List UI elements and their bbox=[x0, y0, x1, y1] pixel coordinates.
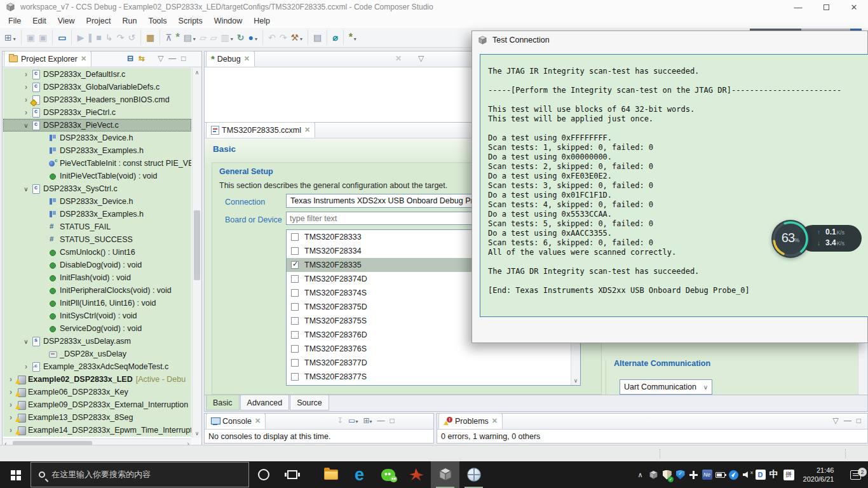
device-checkbox[interactable] bbox=[291, 275, 299, 283]
toolbar-button[interactable]: ▦ bbox=[140, 30, 156, 45]
tree-item[interactable]: DSP2833x_PieCtrl.c bbox=[3, 106, 191, 119]
globe-app-button[interactable] bbox=[459, 461, 488, 488]
toolbar-button[interactable]: ⚒ bbox=[288, 30, 304, 45]
tree-item[interactable]: DSP2833x_Device.h bbox=[3, 195, 191, 208]
scroll-down-icon[interactable]: ∨ bbox=[193, 430, 201, 437]
toolbar-button[interactable]: ⊞ bbox=[3, 30, 18, 45]
alternate-communication-select[interactable]: Uart Communication ∨ bbox=[620, 379, 712, 395]
close-icon[interactable]: ✕ bbox=[255, 417, 261, 425]
battery-tray-icon[interactable] bbox=[714, 461, 727, 488]
toolbar-button[interactable]: ∥ bbox=[86, 30, 94, 45]
device-checkbox[interactable] bbox=[291, 359, 299, 367]
device-checkbox[interactable] bbox=[291, 303, 299, 311]
menu-item[interactable]: File bbox=[3, 15, 27, 27]
tree-item[interactable]: DSP2833x_usDelay.asm bbox=[3, 335, 191, 348]
scroll-down-icon[interactable]: ∨ bbox=[571, 377, 580, 384]
tree-chevron-icon[interactable] bbox=[22, 83, 31, 92]
close-icon[interactable]: ✕ bbox=[492, 417, 498, 425]
ime-pad-icon[interactable]: 拼 bbox=[780, 461, 797, 488]
notes-tray-icon[interactable] bbox=[727, 461, 740, 488]
tree-chevron-icon[interactable] bbox=[22, 184, 31, 193]
tree-item[interactable]: InitPll(Uint16, Uint16) : void bbox=[3, 297, 191, 309]
minimize-button[interactable]: — bbox=[784, 0, 812, 14]
device-checkbox[interactable] bbox=[291, 345, 299, 353]
tree-item[interactable]: Example_2833xAdcSeqModeTest.c bbox=[3, 360, 191, 373]
tree-item[interactable]: Example06_DSP2833x_Key bbox=[3, 386, 191, 398]
device-checkbox[interactable] bbox=[291, 289, 299, 297]
usage-gauge[interactable]: 63% bbox=[771, 220, 810, 258]
defender-shield-icon[interactable] bbox=[660, 461, 674, 488]
maximize-view-icon[interactable]: □ bbox=[390, 416, 395, 425]
tree-item[interactable]: _DSP28x_usDelay bbox=[3, 348, 191, 360]
tree-item[interactable]: Example02_DSP2833x_LED [Active - Debu bbox=[3, 373, 191, 386]
maximize-view-icon[interactable]: □ bbox=[181, 54, 186, 63]
toolbar-button[interactable]: * bbox=[173, 30, 181, 45]
editor-page-tab[interactable]: Advanced bbox=[240, 395, 290, 410]
menu-item[interactable]: Help bbox=[248, 15, 276, 27]
editor-page-tab[interactable]: Source bbox=[290, 395, 329, 410]
tree-item[interactable]: CsmUnlock() : Uint16 bbox=[3, 246, 191, 259]
toolbar-button[interactable]: ▣ bbox=[37, 30, 49, 45]
tree-item[interactable]: DSP2833x_SysCtrl.c bbox=[3, 182, 191, 195]
view-menu-icon[interactable]: ▽ bbox=[418, 54, 424, 63]
remove-terminated-icon[interactable]: ✕ bbox=[395, 54, 402, 63]
menu-item[interactable]: Window bbox=[208, 15, 248, 27]
toolbar-button[interactable]: ● bbox=[246, 30, 259, 45]
volume-tray-icon[interactable]: x bbox=[740, 461, 754, 488]
tree-chevron-icon[interactable] bbox=[6, 375, 15, 384]
tab-ccxml[interactable]: TMS320F28335.ccxml ✕ bbox=[206, 122, 315, 138]
scroll-up-icon[interactable]: ∧ bbox=[193, 69, 201, 76]
view-menu-icon[interactable]: ▽ bbox=[833, 416, 839, 425]
tab-debug[interactable]: * Debug ✕ bbox=[206, 51, 255, 67]
menu-item[interactable]: Project bbox=[81, 15, 117, 27]
restore-button[interactable] bbox=[812, 0, 840, 14]
chevron-down-icon[interactable] bbox=[254, 32, 257, 43]
file-explorer-button[interactable] bbox=[316, 461, 345, 488]
device-checkbox[interactable] bbox=[291, 233, 299, 241]
editor-page-tab[interactable]: Basic bbox=[206, 395, 240, 410]
tree-item[interactable]: DSP2833x_GlobalVariableDefs.c bbox=[3, 81, 191, 93]
net-speed-overlay[interactable]: ↑ 0.1 K/s ↓ 3.4 K/s 63% bbox=[771, 219, 864, 262]
pin-console-icon[interactable]: ↧ bbox=[337, 416, 343, 425]
tree-item[interactable]: DSP2833x_PieVect.c bbox=[3, 119, 191, 132]
toolbar-button[interactable]: ↷ bbox=[278, 30, 289, 45]
plugin-tray-icon[interactable] bbox=[687, 461, 700, 488]
toolbar-button[interactable]: ▤ bbox=[182, 30, 198, 45]
device-row[interactable]: TMS320F28377S bbox=[287, 370, 571, 384]
tree-item[interactable]: DSP2833x_Examples.h bbox=[3, 208, 191, 220]
tree-item[interactable]: DisableDog(void) : void bbox=[3, 259, 191, 271]
netease-tray-icon[interactable]: Ne bbox=[700, 461, 714, 488]
tab-project-explorer[interactable]: Project Explorer ✕ bbox=[4, 51, 92, 67]
chevron-down-icon[interactable] bbox=[299, 32, 302, 43]
tree-item[interactable]: InitSysCtrl(void) : void bbox=[3, 309, 191, 322]
toolbar-button[interactable]: ↷ bbox=[114, 30, 126, 45]
tree-item[interactable]: DSP2833x_Device.h bbox=[3, 132, 191, 144]
tree-item[interactable]: InitPieVectTable(void) : void bbox=[3, 170, 191, 182]
toolbar-button[interactable]: ▥ bbox=[219, 30, 234, 45]
device-checkbox[interactable] bbox=[291, 247, 299, 255]
chevron-down-icon[interactable] bbox=[192, 32, 196, 43]
cortana-button[interactable] bbox=[249, 461, 278, 488]
edge-button[interactable]: e bbox=[345, 461, 374, 488]
device-checkbox[interactable] bbox=[291, 317, 299, 325]
open-console-icon[interactable]: ⊞▾ bbox=[363, 416, 372, 425]
toolbar-button[interactable]: ▶ bbox=[71, 30, 86, 45]
ime-mode-icon[interactable]: 中 bbox=[767, 461, 780, 488]
tray-ccs-icon[interactable] bbox=[647, 461, 660, 488]
dialog-titlebar[interactable]: Test Connection bbox=[472, 31, 867, 49]
close-icon[interactable]: ✕ bbox=[244, 55, 250, 63]
menu-item[interactable]: View bbox=[52, 15, 81, 27]
toolbar-button[interactable]: ↶ bbox=[262, 30, 278, 45]
ccs-taskbar-button[interactable] bbox=[431, 461, 459, 488]
tree-chevron-icon[interactable] bbox=[22, 121, 31, 130]
toolbar-button[interactable]: ■ bbox=[94, 30, 103, 45]
chevron-down-icon[interactable] bbox=[229, 32, 233, 43]
wechat-button[interactable] bbox=[374, 461, 402, 488]
tree-item[interactable]: ServiceDog(void) : void bbox=[3, 322, 191, 335]
start-button[interactable] bbox=[0, 461, 31, 488]
tree-chevron-icon[interactable] bbox=[6, 400, 15, 409]
tab-problems[interactable]: Problems ✕ bbox=[438, 413, 503, 429]
minimize-view-icon[interactable]: — bbox=[844, 416, 851, 425]
tree-chevron-icon[interactable] bbox=[22, 70, 31, 79]
toolbar-button[interactable]: ↻ bbox=[235, 30, 247, 45]
